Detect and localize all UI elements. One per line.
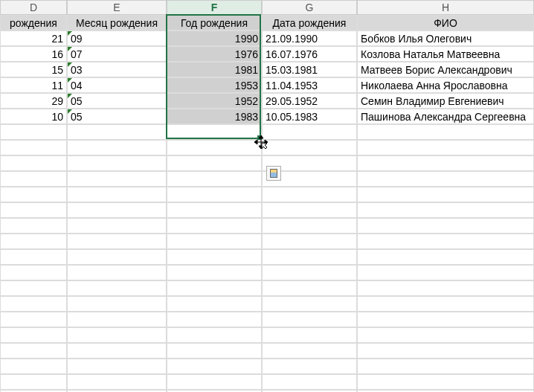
empty-cell[interactable]: [0, 155, 67, 171]
column-header-H[interactable]: H: [357, 0, 534, 15]
cell-G-7[interactable]: 10.05.1983: [262, 109, 357, 124]
empty-cell[interactable]: [67, 187, 167, 202]
empty-cell[interactable]: [262, 249, 357, 265]
empty-cell[interactable]: [67, 140, 167, 155]
empty-cell[interactable]: [67, 265, 167, 280]
cell-H-4[interactable]: Матвеев Борис Александрович: [357, 62, 534, 77]
empty-cell[interactable]: [262, 312, 357, 327]
header-cell-G[interactable]: Дата рождения: [262, 15, 357, 30]
empty-cell[interactable]: [67, 296, 167, 312]
empty-cell[interactable]: [167, 280, 262, 296]
column-header-D[interactable]: D: [0, 0, 67, 15]
column-header-E[interactable]: E: [67, 0, 167, 15]
empty-cell[interactable]: [262, 187, 357, 202]
empty-cell[interactable]: [0, 171, 67, 187]
empty-cell[interactable]: [357, 296, 534, 312]
empty-cell[interactable]: [262, 202, 357, 218]
empty-cell[interactable]: [0, 140, 67, 155]
cell-E-3[interactable]: 07: [67, 46, 167, 62]
cell-H-7[interactable]: Пашинова Александра Сергеевна: [357, 109, 534, 124]
empty-cell[interactable]: [0, 280, 67, 296]
empty-cell[interactable]: [262, 124, 357, 140]
empty-cell[interactable]: [357, 280, 534, 296]
column-header-F[interactable]: F: [167, 0, 262, 15]
empty-cell[interactable]: [167, 327, 262, 343]
empty-cell[interactable]: [0, 249, 67, 265]
empty-cell[interactable]: [0, 296, 67, 312]
empty-cell[interactable]: [67, 374, 167, 390]
cell-D-3[interactable]: 16: [0, 46, 67, 62]
empty-cell[interactable]: [357, 218, 534, 234]
empty-cell[interactable]: [67, 155, 167, 171]
empty-cell[interactable]: [67, 359, 167, 374]
empty-cell[interactable]: [167, 155, 262, 171]
cell-E-2[interactable]: 09: [67, 30, 167, 46]
cell-F-5[interactable]: 1953: [167, 77, 262, 93]
empty-cell[interactable]: [167, 140, 262, 155]
empty-cell[interactable]: [357, 374, 534, 390]
empty-cell[interactable]: [67, 280, 167, 296]
empty-cell[interactable]: [167, 249, 262, 265]
cell-E-5[interactable]: 04: [67, 77, 167, 93]
cell-D-2[interactable]: 21: [0, 30, 67, 46]
empty-cell[interactable]: [67, 327, 167, 343]
empty-cell[interactable]: [357, 327, 534, 343]
cell-H-2[interactable]: Бобков Илья Олегович: [357, 30, 534, 46]
empty-cell[interactable]: [262, 359, 357, 374]
empty-cell[interactable]: [167, 359, 262, 374]
empty-cell[interactable]: [262, 343, 357, 359]
empty-cell[interactable]: [0, 327, 67, 343]
empty-cell[interactable]: [262, 296, 357, 312]
cell-H-6[interactable]: Семин Владимир Евгениевич: [357, 93, 534, 109]
empty-cell[interactable]: [357, 234, 534, 249]
empty-cell[interactable]: [0, 202, 67, 218]
empty-cell[interactable]: [167, 296, 262, 312]
empty-cell[interactable]: [67, 124, 167, 140]
cell-G-3[interactable]: 16.07.1976: [262, 46, 357, 62]
empty-cell[interactable]: [357, 249, 534, 265]
cell-H-3[interactable]: Козлова Наталья Матвеевна: [357, 46, 534, 62]
cell-F-7[interactable]: 1983: [167, 109, 262, 124]
empty-cell[interactable]: [0, 312, 67, 327]
empty-cell[interactable]: [357, 187, 534, 202]
cell-G-4[interactable]: 15.03.1981: [262, 62, 357, 77]
cell-G-5[interactable]: 11.04.1953: [262, 77, 357, 93]
empty-cell[interactable]: [357, 155, 534, 171]
cell-H-5[interactable]: Николаева Анна Ярославовна: [357, 77, 534, 93]
header-cell-D[interactable]: рождения: [0, 15, 67, 30]
header-cell-F[interactable]: Год рождения: [167, 15, 262, 30]
empty-cell[interactable]: [67, 249, 167, 265]
empty-cell[interactable]: [357, 140, 534, 155]
empty-cell[interactable]: [167, 171, 262, 187]
empty-cell[interactable]: [357, 312, 534, 327]
empty-cell[interactable]: [0, 187, 67, 202]
empty-cell[interactable]: [0, 218, 67, 234]
empty-cell[interactable]: [357, 202, 534, 218]
cell-D-6[interactable]: 29: [0, 93, 67, 109]
empty-cell[interactable]: [262, 280, 357, 296]
empty-cell[interactable]: [67, 234, 167, 249]
cell-D-7[interactable]: 10: [0, 109, 67, 124]
cell-F-3[interactable]: 1976: [167, 46, 262, 62]
empty-cell[interactable]: [357, 359, 534, 374]
empty-cell[interactable]: [0, 124, 67, 140]
cell-E-4[interactable]: 03: [67, 62, 167, 77]
cell-E-6[interactable]: 05: [67, 93, 167, 109]
empty-cell[interactable]: [262, 234, 357, 249]
empty-cell[interactable]: [167, 218, 262, 234]
cell-D-5[interactable]: 11: [0, 77, 67, 93]
empty-cell[interactable]: [0, 359, 67, 374]
empty-cell[interactable]: [0, 374, 67, 390]
empty-cell[interactable]: [67, 343, 167, 359]
empty-cell[interactable]: [167, 234, 262, 249]
header-cell-E[interactable]: Месяц рождения: [67, 15, 167, 30]
empty-cell[interactable]: [262, 218, 357, 234]
empty-cell[interactable]: [262, 140, 357, 155]
empty-cell[interactable]: [0, 234, 67, 249]
empty-cell[interactable]: [67, 171, 167, 187]
empty-cell[interactable]: [167, 343, 262, 359]
empty-cell[interactable]: [262, 327, 357, 343]
empty-cell[interactable]: [357, 265, 534, 280]
empty-cell[interactable]: [357, 124, 534, 140]
cell-D-4[interactable]: 15: [0, 62, 67, 77]
